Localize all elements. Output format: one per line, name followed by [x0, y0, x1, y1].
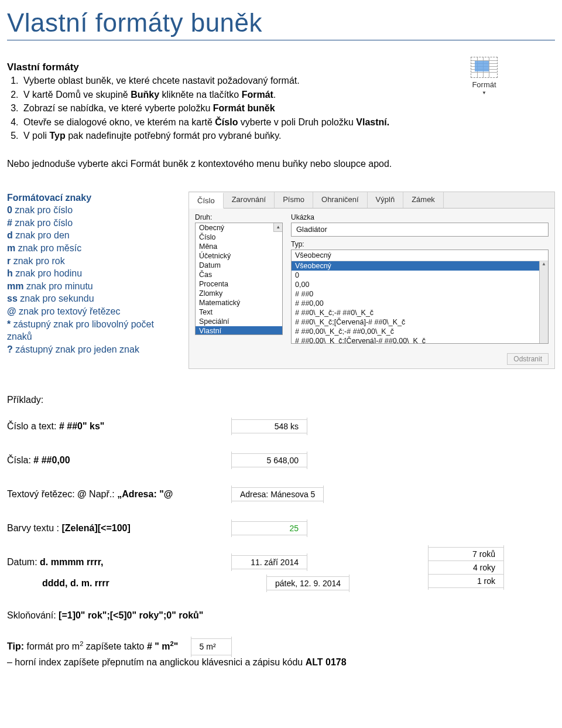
example-label-date2: dddd, d. m. rrrr	[42, 578, 253, 589]
tab-zarovnani[interactable]: Zarovnání	[224, 192, 275, 208]
fmt-line: mm znak pro minutu	[7, 280, 171, 293]
format-chars-block: Formátovací znaky 0 znak pro číslo # zna…	[7, 192, 171, 356]
druh-item[interactable]: Čas	[196, 270, 282, 279]
scrollbar[interactable]	[539, 261, 548, 343]
ukazka-value: Gladiátor	[291, 223, 549, 237]
examples-heading: Příklady:	[7, 395, 555, 405]
example-label: Datum: d. mmmm rrrr,	[7, 557, 218, 568]
druh-item[interactable]: Číslo	[196, 233, 282, 242]
example-cell: 11. září 2014	[232, 555, 307, 569]
example-label-sklonovani: Skloňování: [=1]0" rok";[<5]0" roky";0" …	[7, 610, 203, 621]
tab-vypln[interactable]: Výplň	[368, 192, 404, 208]
druh-item[interactable]: Datum	[196, 261, 282, 270]
typ-input[interactable]: Všeobecný	[292, 250, 548, 261]
typ-item[interactable]: 0,00	[292, 280, 548, 289]
fmt-line: r znak pro rok	[7, 255, 171, 268]
example-cell: Adresa: Mánesova 5	[232, 487, 323, 501]
typ-item[interactable]: # ##0	[292, 289, 548, 299]
druh-item[interactable]: Měna	[196, 242, 282, 251]
fmt-line: ss znak pro sekundu	[7, 292, 171, 305]
example-cell: 25	[232, 521, 307, 535]
typ-item[interactable]: # ##0,00\_K_č;[Červená]-# ##0,00\_K_č	[292, 336, 548, 343]
fmt-line: 0 znak pro číslo	[7, 204, 171, 217]
fmt-line: @ znak pro textový řetězec	[7, 305, 171, 318]
druh-item[interactable]: Obecný	[196, 223, 282, 233]
fmt-line: h znak pro hodinu	[7, 267, 171, 280]
typ-item[interactable]: # ##0,00\_K_č;-# ##0,00\_K_č	[292, 327, 548, 336]
grid-icon	[471, 57, 498, 78]
tab-ohraniceni[interactable]: Ohraničení	[313, 192, 368, 208]
typ-item-selected[interactable]: Všeobecný	[292, 261, 548, 271]
druh-item[interactable]: Zlomky	[196, 289, 282, 298]
fmt-line: # znak pro číslo	[7, 217, 171, 230]
page-title: Vlastní formáty buněk	[7, 8, 555, 37]
druh-label: Druh:	[195, 213, 283, 221]
druh-listbox[interactable]: ▴ Obecný Číslo Měna Účetnický Datum Čas …	[195, 223, 283, 335]
title-underline	[7, 40, 555, 40]
remove-button[interactable]: Odstranit	[507, 353, 549, 365]
scroll-up-icon[interactable]: ▴	[273, 223, 282, 232]
druh-item[interactable]: Procenta	[196, 279, 282, 289]
fmt-line: m znak pro měsíc	[7, 242, 171, 255]
ukazka-label: Ukázka	[291, 213, 549, 221]
druh-item[interactable]: Matematický	[196, 298, 282, 307]
druh-item[interactable]: Text	[196, 307, 282, 317]
example-label: Čísla: # ##0,00	[7, 455, 218, 466]
fmt-line: ? zástupný znak pro jeden znak	[7, 343, 171, 356]
typ-item[interactable]: # ##0\_K_č;[Červená]-# ##0\_K_č	[292, 317, 548, 327]
years-cell: 1 rok	[429, 574, 503, 588]
dropdown-icon: ▼	[464, 90, 505, 95]
example-label: Barvy textu : [Zelená][<=100]	[7, 523, 218, 534]
format-button-icon[interactable]: Formát ▼	[464, 57, 505, 95]
example-label: Textový řetězec: @ Např.: „Adresa: "@	[7, 489, 218, 500]
tab-zamek[interactable]: Zámek	[403, 192, 444, 208]
tab-pismo[interactable]: Písmo	[275, 192, 313, 208]
context-menu-note: Nebo jednoduše vyberte akci Formát buněk…	[7, 158, 555, 170]
step-5: V poli Typ pak nadefinujte potřebný form…	[21, 129, 555, 142]
format-chars-heading: Formátovací znaky	[7, 192, 171, 204]
years-cell: 4 roky	[429, 560, 503, 574]
tip-cell: 5 m²	[191, 638, 231, 655]
example-cell: pátek, 12. 9. 2014	[267, 576, 349, 590]
druh-item[interactable]: Účetnický	[196, 251, 282, 261]
format-icon-label: Formát	[464, 80, 505, 89]
step-3: Zobrazí se nabídka, ve které vyberte pol…	[21, 102, 555, 115]
example-label: Číslo a text: # ##0" ks"	[7, 421, 218, 432]
example-cell: 5 648,00	[232, 453, 307, 467]
example-cell: 548 ks	[232, 419, 307, 433]
druh-item-selected[interactable]: Vlastní	[196, 326, 282, 335]
format-cells-dialog: Číslo Zarovnání Písmo Ohraničení Výplň Z…	[189, 192, 555, 369]
typ-label: Typ:	[291, 240, 549, 248]
typ-item[interactable]: 0	[292, 271, 548, 280]
typ-item[interactable]: # ##0\_K_č;-# ##0\_K_č	[292, 308, 548, 317]
typ-box[interactable]: Všeobecný Všeobecný 0 0,00 # ##0 # ##0,0…	[291, 249, 549, 344]
druh-item[interactable]: Speciální	[196, 317, 282, 326]
step-4: Otevře se dialogové okno, ve kterém na k…	[21, 116, 555, 129]
fmt-line: d znak pro den	[7, 229, 171, 242]
dialog-tabs: Číslo Zarovnání Písmo Ohraničení Výplň Z…	[189, 192, 554, 209]
years-cell: 7 roků	[429, 547, 503, 560]
tab-cislo[interactable]: Číslo	[189, 193, 224, 209]
tip-block: Tip: formát pro m2 zapíšete takto # " m2…	[7, 638, 555, 669]
fmt-line: * zástupný znak pro libovolný počet znak…	[7, 318, 171, 343]
typ-item[interactable]: # ##0,00	[292, 299, 548, 308]
